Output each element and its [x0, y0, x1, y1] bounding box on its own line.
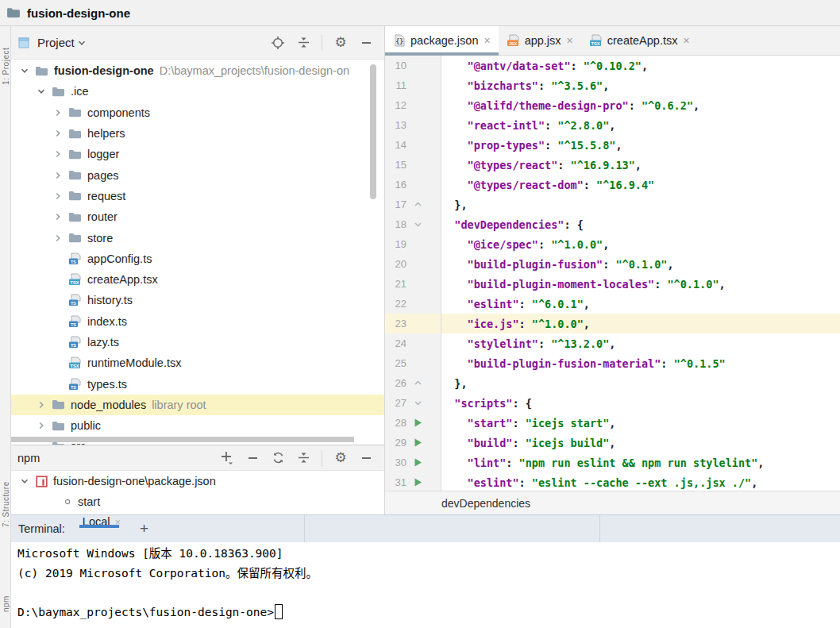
- tab-createapp-tsx[interactable]: TSXcreateApp.tsx×: [581, 26, 698, 55]
- code-text: "lint": "npm run eslint && npm run style…: [441, 453, 840, 472]
- minimize-icon[interactable]: [359, 451, 373, 465]
- npm-root-package-json[interactable]: fusion-design-one\package.json: [11, 471, 384, 491]
- line-number: 20: [385, 258, 407, 270]
- fold-up-icon[interactable]: [409, 378, 426, 388]
- refresh-icon[interactable]: [271, 451, 285, 465]
- fold-down-icon[interactable]: [409, 398, 426, 408]
- chevron-down-icon[interactable]: [35, 86, 48, 97]
- tree-item-store[interactable]: store: [11, 227, 384, 248]
- chevron-right-icon[interactable]: [52, 170, 64, 181]
- close-icon[interactable]: ×: [677, 35, 689, 46]
- code-line[interactable]: 27 "scripts": {: [385, 393, 840, 413]
- code-line[interactable]: 14 "prop-types": "^15.5.8",: [385, 135, 840, 155]
- collapse-all-icon[interactable]: [296, 36, 310, 50]
- code-line[interactable]: 23 "ice.js": "^1.0.0",: [385, 314, 840, 333]
- tree-item-runtimemodule.tsx[interactable]: TSXruntimeModule.tsx: [11, 353, 384, 373]
- project-panel-title[interactable]: Project: [37, 36, 75, 49]
- tree-item-types.ts[interactable]: TStypes.ts: [11, 373, 384, 394]
- tree-item-public[interactable]: public: [11, 415, 384, 436]
- code-line[interactable]: 24 "stylelint": "^13.2.0",: [385, 333, 840, 353]
- run-icon[interactable]: [409, 477, 426, 487]
- project-vertical-scrollbar[interactable]: [370, 64, 376, 199]
- code-line[interactable]: 26 },: [385, 373, 840, 393]
- breadcrumb-item[interactable]: devDependencies: [441, 497, 530, 510]
- code-line[interactable]: 31 "eslint": "eslint --cache --ext .js,.…: [385, 472, 840, 491]
- tree-item-history.ts[interactable]: TShistory.ts: [11, 290, 384, 310]
- tool-window-button-npm[interactable]: npm: [0, 582, 10, 626]
- terminal-output[interactable]: Microsoft Windows [版本 10.0.18363.900](c)…: [11, 542, 840, 628]
- tree-item-lazy.ts[interactable]: TSlazy.ts: [11, 332, 384, 353]
- code-line[interactable]: 11 "bizcharts": "^3.5.6",: [385, 75, 840, 95]
- code-line[interactable]: 10 "@antv/data-set": "^0.10.2",: [385, 56, 840, 75]
- chevron-down-icon[interactable]: [18, 476, 31, 487]
- tree-item-fusion-design-one[interactable]: fusion-design-oneD:\baymax_projects\fusi…: [11, 60, 384, 81]
- chevron-right-icon[interactable]: [52, 191, 64, 202]
- tree-item-helpers[interactable]: helpers: [11, 123, 384, 144]
- chevron-right-icon[interactable]: [52, 128, 64, 139]
- gear-icon[interactable]: ⚙: [333, 451, 348, 465]
- code-line[interactable]: 25 "build-plugin-fusion-material": "^0.1…: [385, 353, 840, 373]
- line-number: 28: [385, 417, 407, 429]
- tree-item-.ice[interactable]: .ice: [11, 81, 384, 102]
- locate-target-icon[interactable]: [271, 36, 285, 50]
- minimize-icon[interactable]: [359, 36, 373, 50]
- run-icon[interactable]: [409, 418, 426, 428]
- fold-up-icon[interactable]: [409, 199, 426, 210]
- line-number: 10: [385, 60, 407, 71]
- remove-icon[interactable]: [245, 451, 260, 465]
- chevron-right-icon[interactable]: [52, 148, 64, 160]
- code-line[interactable]: 17 },: [385, 195, 840, 214]
- code-line[interactable]: 22 "eslint": "^6.0.1",: [385, 294, 840, 314]
- code-line[interactable]: 21 "build-plugin-moment-locales": "^0.1.…: [385, 274, 840, 294]
- chevron-right-icon[interactable]: [35, 420, 48, 431]
- tree-item-createapp.tsx[interactable]: TSXcreateApp.tsx: [11, 269, 384, 290]
- close-icon[interactable]: ×: [561, 35, 573, 46]
- terminal-tab-local[interactable]: Local×: [79, 515, 130, 528]
- code-line[interactable]: 20 "build-plugin-fusion": "^0.1.0",: [385, 254, 840, 274]
- code-line[interactable]: 15 "@types/react": "^16.9.13",: [385, 155, 840, 175]
- code-line[interactable]: 28 "start": "icejs start",: [385, 413, 840, 433]
- code-line[interactable]: 13 "react-intl": "^2.8.0",: [385, 115, 840, 135]
- run-icon[interactable]: [409, 437, 426, 448]
- chevron-right-icon[interactable]: [35, 399, 48, 410]
- fold-down-icon[interactable]: [409, 219, 426, 229]
- tab-package-json[interactable]: {}package.json×: [385, 26, 499, 55]
- tool-window-button-project[interactable]: 1: Project: [0, 34, 10, 98]
- tree-item-index.ts[interactable]: TSindex.ts: [11, 311, 384, 332]
- tree-item-router[interactable]: router: [11, 206, 384, 227]
- tab-app-jsx[interactable]: JSXapp.jsx×: [499, 26, 581, 55]
- chevron-down-icon[interactable]: [75, 36, 89, 50]
- code-line[interactable]: 16 "@types/react-dom": "^16.9.4": [385, 175, 840, 195]
- tree-item-node-modules[interactable]: node_moduleslibrary root: [11, 395, 384, 415]
- add-icon[interactable]: [220, 451, 234, 465]
- code-text: "bizcharts": "^3.5.6",: [441, 75, 840, 95]
- tree-item-label: createApp.tsx: [87, 273, 158, 286]
- chevron-right-icon[interactable]: [52, 233, 64, 244]
- line-number: 26: [385, 377, 407, 389]
- code-editor[interactable]: 10 "@antv/data-set": "^0.10.2",11 "bizch…: [385, 56, 840, 491]
- gear-icon[interactable]: ⚙: [333, 36, 348, 50]
- tree-item-pages[interactable]: pages: [11, 164, 384, 185]
- tool-window-button-structure[interactable]: 7: Structure: [0, 464, 10, 544]
- tree-item-logger[interactable]: logger: [11, 144, 384, 164]
- code-line[interactable]: 19 "@ice/spec": "^1.0.0",: [385, 234, 840, 254]
- code-line[interactable]: 12 "@alifd/theme-design-pro": "^0.6.2",: [385, 95, 840, 115]
- code-line[interactable]: 18 "devDependencies": {: [385, 214, 840, 234]
- chevron-down-icon[interactable]: [18, 65, 31, 76]
- tree-item-request[interactable]: request: [11, 186, 384, 206]
- close-icon[interactable]: ×: [478, 35, 490, 46]
- chevron-right-icon[interactable]: [52, 107, 64, 118]
- npm-script-start[interactable]: start: [11, 491, 384, 512]
- editor-gutter: 18: [385, 214, 441, 234]
- code-text: "stylelint": "^13.2.0",: [441, 333, 840, 353]
- chevron-right-icon[interactable]: [52, 211, 64, 222]
- code-line[interactable]: 30 "lint": "npm run eslint && npm run st…: [385, 453, 840, 472]
- collapse-all-icon[interactable]: [296, 451, 310, 465]
- run-icon[interactable]: [409, 457, 426, 468]
- project-horizontal-scrollbar[interactable]: [11, 437, 354, 442]
- tree-item-appconfig.ts[interactable]: TSappConfig.ts: [11, 249, 384, 269]
- code-line[interactable]: 29 "build": "icejs build",: [385, 433, 840, 453]
- tree-item-components[interactable]: components: [11, 102, 384, 123]
- line-number: 27: [385, 397, 407, 409]
- new-terminal-session-button[interactable]: +: [140, 515, 148, 542]
